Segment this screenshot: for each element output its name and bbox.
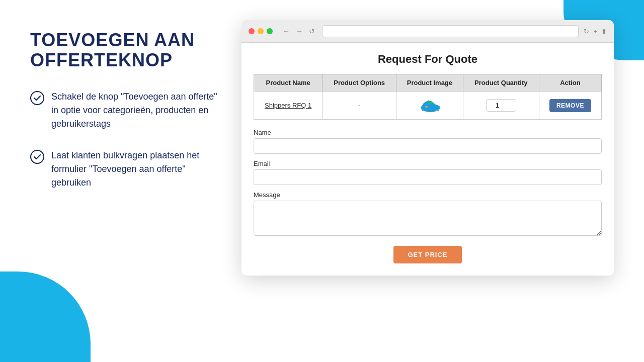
browser-nav: ← → ↺ (281, 26, 317, 36)
browser-actions: ↻ + ⬆ (584, 28, 607, 35)
browser-window: ← → ↺ ↻ + ⬆ Request For Quote Product Na… (242, 20, 614, 276)
bullet-text-2: Laat klanten bulkvragen plaatsen het for… (51, 149, 221, 190)
check-icon-1 (30, 91, 44, 105)
email-field-group: Email (254, 160, 602, 185)
product-quantity-cell (463, 92, 539, 120)
browser-toolbar: ← → ↺ ↻ + ⬆ (242, 20, 614, 43)
message-label: Message (254, 191, 602, 199)
close-dot[interactable] (249, 28, 255, 34)
col-header-quantity: Product Quantity (463, 74, 539, 92)
product-action-cell: REMOVE (539, 92, 601, 120)
email-label: Email (254, 160, 602, 167)
list-item: Schakel de knop "Toevoegen aan offerte" … (30, 90, 221, 131)
name-label: Name (254, 129, 602, 136)
product-options-cell: - (323, 92, 396, 120)
check-icon-2 (30, 150, 44, 164)
message-textarea[interactable] (254, 201, 602, 236)
refresh-icon[interactable]: ↻ (584, 28, 589, 35)
col-header-name: Product Name (254, 74, 323, 92)
bullet-text-1: Schakel de knop "Toevoegen aan offerte" … (51, 90, 221, 131)
remove-button[interactable]: REMOVE (549, 99, 591, 112)
share-icon[interactable]: ⬆ (601, 28, 607, 35)
forward-button[interactable]: → (294, 26, 305, 36)
message-field-group: Message (254, 191, 602, 238)
col-header-action: Action (539, 74, 601, 92)
new-tab-icon[interactable]: + (593, 28, 597, 35)
maximize-dot[interactable] (267, 28, 273, 34)
svg-point-4 (430, 103, 432, 104)
rfq-table: Product Name Product Options Product Ima… (254, 74, 602, 120)
svg-point-5 (432, 103, 434, 104)
bullet-list: Schakel de knop "Toevoegen aan offerte" … (30, 90, 221, 190)
product-name-link[interactable]: Shippers RFQ 1 (265, 102, 311, 109)
reload-button[interactable]: ↺ (307, 26, 317, 36)
left-panel: TOEVOEGEN AAN OFFERTEKNOP Schakel de kno… (30, 25, 242, 190)
table-row: Shippers RFQ 1 - (254, 92, 602, 120)
minimize-dot[interactable] (258, 28, 264, 34)
name-field-group: Name (254, 129, 602, 154)
get-price-button[interactable]: GET PRICE (393, 246, 461, 263)
email-input[interactable] (254, 169, 602, 185)
product-image-cell (396, 92, 463, 120)
page-title: TOEVOEGEN AAN OFFERTEKNOP (30, 30, 221, 70)
svg-point-0 (31, 92, 44, 105)
back-button[interactable]: ← (281, 26, 292, 36)
rfq-title: Request For Quote (254, 53, 602, 66)
svg-point-6 (425, 106, 428, 108)
list-item: Laat klanten bulkvragen plaatsen het for… (30, 149, 221, 190)
svg-point-3 (428, 103, 430, 104)
product-name-cell: Shippers RFQ 1 (254, 92, 323, 120)
address-bar[interactable] (322, 25, 579, 37)
traffic-lights (249, 28, 273, 34)
browser-content: Request For Quote Product Name Product O… (242, 43, 614, 276)
quantity-input[interactable] (486, 99, 516, 112)
product-image (418, 96, 442, 114)
name-input[interactable] (254, 138, 602, 154)
svg-point-1 (31, 150, 44, 163)
col-header-image: Product Image (396, 74, 463, 92)
col-header-options: Product Options (323, 74, 396, 92)
